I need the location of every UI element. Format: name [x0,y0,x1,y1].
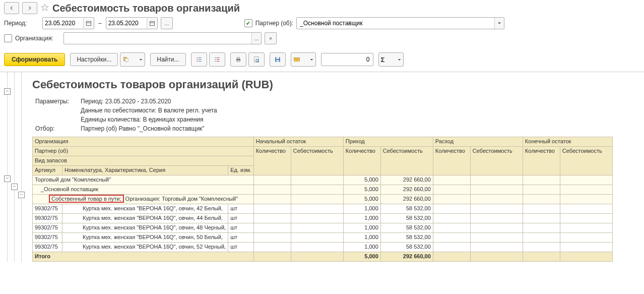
preview-button[interactable] [248,52,265,67]
col-out-cost: Себестоимость [470,147,523,175]
org-filter-checkbox[interactable] [4,34,12,42]
generate-button[interactable]: Сформировать [4,53,65,66]
calendar-to-button[interactable] [147,18,157,28]
partner-input[interactable] [297,20,494,27]
col-unit: Ед. изм. [228,166,254,175]
org-clear-button[interactable]: × [265,32,277,44]
svg-rect-13 [276,57,279,59]
expand-all-button[interactable] [191,52,207,67]
table-row[interactable]: 99302/75Куртка мех. женская "ВЕРОНА 16Q"… [33,233,613,243]
period-picker-button[interactable]: ... [161,17,173,29]
org-combo[interactable]: ... [63,32,262,44]
sum-input[interactable] [321,53,373,66]
table-row[interactable]: 99302/75Куртка мех. женская "ВЕРОНА 16Q"… [33,214,613,223]
tree-toggle-org[interactable]: – [4,175,11,182]
col-end-cost: Себестоимость [560,147,612,175]
table-row[interactable]: 99302/75Куртка мех. женская "ВЕРОНА 16Q"… [33,243,613,252]
report-title: Себестоимость товаров организаций (RUB) [28,76,644,96]
colgroup-out: Расход [433,137,523,147]
email-button[interactable] [291,52,316,67]
table-row[interactable]: 99302/75Куртка мех. женская "ВЕРОНА 16Q"… [33,223,613,233]
find-button[interactable]: Найти... [150,53,185,66]
settings-button[interactable]: Настройки... [70,53,118,66]
group-org-row[interactable]: Торговый дом "Комплексный" 5,000292 660,… [33,175,613,185]
svg-rect-14 [276,60,279,62]
report-grid: Организация Начальный остаток Приход Рас… [32,137,613,262]
settings-variants-button[interactable] [120,52,145,67]
partner-combo[interactable] [296,17,504,29]
period-dash: – [97,20,103,27]
org-select-button[interactable]: ... [251,33,261,44]
save-button[interactable] [270,52,286,67]
col-partner: Партнер (об) [33,147,254,156]
period-from-input[interactable] [43,20,83,27]
tree-gutter: – – – – [0,72,28,262]
col-in-qty: Количество [343,147,380,175]
group-partner-row[interactable]: _Основной поставщик 5,000292 660,00 [33,185,613,195]
col-in-cost: Себестоимость [380,147,433,175]
colgroup-start: Начальный остаток [253,137,343,147]
stock-highlight: Собственный товар в пути; [49,195,124,203]
svg-rect-5 [125,58,128,62]
favorite-star-icon[interactable] [40,3,49,14]
period-to-input[interactable] [106,20,147,27]
partner-dropdown-button[interactable] [494,18,504,29]
report-meta: Параметры:Период: 23.05.2020 - 23.05.202… [32,96,220,134]
col-stock-type: Вид запасов [33,156,254,166]
colgroup-end: Конечный остаток [523,137,612,147]
table-row[interactable]: 99302/75Куртка мех. женская "ВЕРОНА 16Q"… [33,204,613,214]
col-organization: Организация [33,137,254,147]
col-out-qty: Количество [433,147,470,175]
org-filter-label: Организация: [15,35,60,42]
tree-toggle-partner[interactable]: – [11,184,18,190]
tree-toggle-stock[interactable]: – [18,192,25,198]
total-row: Итого 5,000292 660,00 [33,252,613,262]
tree-toggle-root[interactable]: – [4,88,11,95]
col-nomen: Номенклатура, Характеристика, Серия [62,166,228,175]
period-from-field[interactable] [42,17,94,29]
col-article: Артикул [33,166,62,175]
group-stock-row[interactable]: Собственный товар в пути; Организация: Т… [33,195,613,204]
collapse-all-button[interactable] [209,52,225,67]
svg-rect-0 [87,22,91,26]
col-end-qty: Количество [523,147,560,175]
period-label: Период: [4,20,39,27]
sigma-button[interactable]: Σ [378,52,404,67]
partner-filter-label: Партнер (об): [255,20,293,27]
svg-rect-7 [237,57,239,58]
colgroup-in: Приход [343,137,433,147]
calendar-from-button[interactable] [83,18,94,28]
col-start-qty: Количество [253,147,291,175]
nav-forward-button[interactable] [22,2,37,14]
svg-rect-8 [237,61,239,62]
org-input[interactable] [64,35,251,42]
period-to-field[interactable] [106,17,158,29]
print-button[interactable] [230,52,246,67]
col-start-cost: Себестоимость [291,147,343,175]
partner-filter-checkbox[interactable] [244,19,252,27]
svg-rect-2 [150,22,154,26]
nav-back-button[interactable] [4,2,19,14]
sigma-icon: Σ [381,56,385,64]
page-title: Себестоимость товаров организаций [52,3,240,14]
